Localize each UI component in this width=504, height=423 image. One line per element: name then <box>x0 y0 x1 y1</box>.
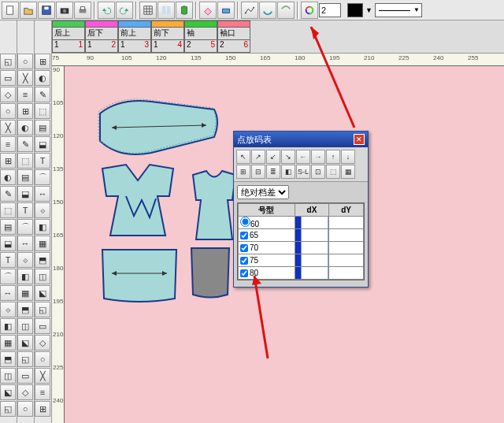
dy-cell[interactable] <box>329 242 364 254</box>
tool-button[interactable]: ◇ <box>0 87 16 102</box>
tool-button[interactable]: ⟐ <box>35 202 50 218</box>
tool-button[interactable]: ⌒ <box>0 269 16 284</box>
tool-button[interactable]: ⟐ <box>17 252 33 268</box>
dx-cell[interactable] <box>295 242 329 254</box>
piece-tab[interactable]: 后上11 <box>52 20 85 53</box>
tool-button[interactable]: ✎ <box>0 186 16 202</box>
dialog-titlebar[interactable]: 点放码表 ✕ <box>234 132 368 147</box>
grade-table-icon[interactable] <box>241 2 258 19</box>
tool-button[interactable]: ◫ <box>35 269 50 284</box>
tool-button[interactable]: ▤ <box>0 219 16 235</box>
eraser-icon[interactable] <box>199 2 217 19</box>
size-check[interactable] <box>240 257 248 265</box>
piece-icon[interactable] <box>176 2 193 19</box>
tool-button[interactable]: ✎ <box>35 87 50 102</box>
dx-cell[interactable] <box>295 254 329 267</box>
tool-button[interactable]: ⬒ <box>0 351 16 367</box>
tool-button[interactable]: ○ <box>17 54 33 69</box>
tool-button[interactable]: ⬒ <box>35 252 50 268</box>
size-cell[interactable]: 80 <box>239 267 295 280</box>
tool-button[interactable]: ▦ <box>17 285 33 301</box>
tool-button[interactable]: ↔ <box>17 236 33 251</box>
tool-button[interactable]: ⬕ <box>0 384 16 400</box>
tool-button[interactable]: ▭ <box>0 70 16 86</box>
dlg-tool[interactable]: ↓ <box>341 150 355 164</box>
tool-button[interactable]: T <box>35 153 50 169</box>
tool-button[interactable]: ⬚ <box>17 153 33 169</box>
dlg-tool[interactable]: ↙ <box>266 150 280 164</box>
redo-icon[interactable] <box>116 2 133 19</box>
size-radio[interactable] <box>240 217 250 227</box>
dlg-tool[interactable]: ▦ <box>341 165 355 179</box>
tool-button[interactable]: ⬒ <box>17 302 33 317</box>
tool-button[interactable]: ◇ <box>35 335 50 351</box>
tool-button[interactable]: ◫ <box>17 318 33 334</box>
layout-icon[interactable] <box>158 2 175 19</box>
tool-button[interactable]: ◱ <box>17 351 33 367</box>
tool-button[interactable]: ╳ <box>0 120 16 135</box>
color-black-swatch[interactable] <box>347 3 363 17</box>
tool-button[interactable]: ⟐ <box>0 302 16 317</box>
piece-tab[interactable]: 后下12 <box>85 20 118 53</box>
piece-tab[interactable]: 前上13 <box>118 20 151 53</box>
tool-button[interactable]: ◧ <box>0 318 16 334</box>
size-cell[interactable]: 60 <box>239 217 295 229</box>
tool-button[interactable]: ▦ <box>35 236 50 251</box>
pattern-skirt-back[interactable] <box>96 243 183 308</box>
tool-button[interactable]: ○ <box>35 351 50 367</box>
tool-button[interactable]: ▦ <box>0 335 16 351</box>
piece-tab[interactable]: 袖口26 <box>217 20 250 53</box>
tool-button[interactable]: ⬓ <box>0 236 16 251</box>
tool-button[interactable]: ▤ <box>17 169 33 185</box>
piece-tab[interactable]: 前下14 <box>151 20 184 53</box>
dropdown-icon[interactable]: ▼ <box>365 6 372 14</box>
tool-button[interactable]: ≡ <box>35 384 50 400</box>
size-check[interactable] <box>240 269 248 277</box>
tool-button[interactable]: ⬚ <box>0 202 16 218</box>
tool-button[interactable]: ↔ <box>0 285 16 301</box>
tool-button[interactable]: ◫ <box>0 368 16 384</box>
tool-button[interactable]: ▭ <box>35 318 50 334</box>
dx-cell[interactable] <box>295 229 329 242</box>
tool-button[interactable]: ▤ <box>35 120 50 135</box>
tool-button[interactable]: T <box>0 252 16 268</box>
tool-button[interactable]: ⌒ <box>35 169 50 185</box>
tool-button[interactable]: ⬕ <box>17 335 33 351</box>
pattern-sleeve[interactable] <box>96 98 222 162</box>
tool-button[interactable]: ⊞ <box>17 103 33 119</box>
dlg-tool[interactable]: ↑ <box>326 150 340 164</box>
tool-button[interactable]: ▭ <box>17 368 33 384</box>
color-wheel-icon[interactable] <box>301 2 318 19</box>
size-cell[interactable]: 65 <box>239 229 295 242</box>
dlg-tool[interactable]: ↗ <box>251 150 265 164</box>
tool-button[interactable]: ◇ <box>17 384 33 400</box>
tool-button[interactable]: ◱ <box>35 302 50 317</box>
tool-button[interactable]: ○ <box>17 401 33 417</box>
camera-icon[interactable] <box>56 2 73 19</box>
tool-button[interactable]: ╳ <box>35 368 50 384</box>
dlg-tool[interactable]: ◧ <box>281 165 295 179</box>
tool-button[interactable]: ≡ <box>0 136 16 152</box>
new-icon[interactable] <box>2 2 19 19</box>
dy-cell[interactable] <box>329 267 364 280</box>
tool-button[interactable]: ⊞ <box>0 153 16 169</box>
undo-icon[interactable] <box>98 2 115 19</box>
dlg-tool[interactable]: ← <box>296 150 310 164</box>
close-icon[interactable]: ✕ <box>354 134 365 145</box>
tool-button[interactable]: ◱ <box>0 401 16 417</box>
tool-button[interactable]: ✎ <box>17 136 33 152</box>
pattern-bodice-back[interactable] <box>94 161 189 249</box>
curve2-icon[interactable] <box>277 2 295 19</box>
dlg-tool[interactable]: ≣ <box>266 165 280 179</box>
save-icon[interactable] <box>38 2 55 19</box>
tool-button[interactable]: ≡ <box>17 87 33 102</box>
line-style-select[interactable]: ▼ <box>375 3 422 17</box>
size-cell[interactable]: 75 <box>239 254 295 267</box>
tool-button[interactable]: ⬓ <box>17 186 33 202</box>
dlg-tool[interactable]: → <box>311 150 325 164</box>
tool-button[interactable]: T <box>17 202 33 218</box>
tool-button[interactable]: ⬚ <box>35 103 50 119</box>
print-icon[interactable] <box>74 2 91 19</box>
size-cell[interactable]: 70 <box>239 242 295 254</box>
tool-button[interactable]: ◐ <box>17 120 33 135</box>
